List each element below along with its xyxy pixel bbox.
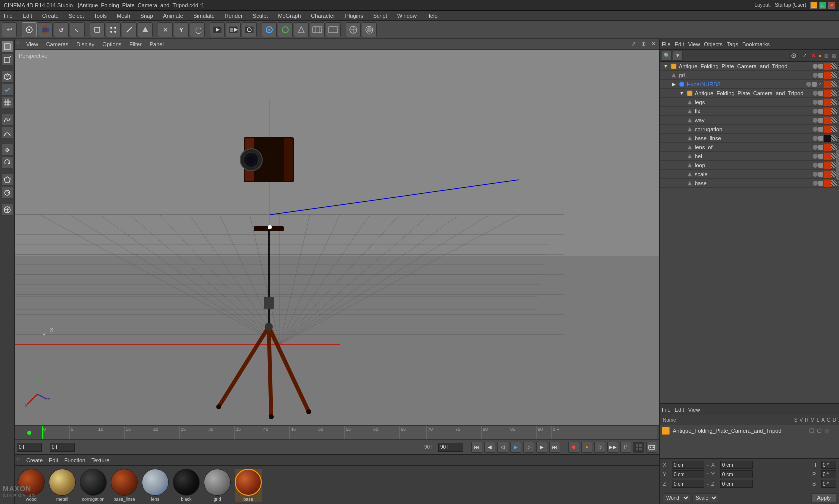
viewport-filter-menu[interactable]: Filter [127, 40, 143, 48]
menu-create[interactable]: Create [40, 12, 61, 20]
obj-xbutton[interactable]: ✕ [811, 53, 817, 58]
tool5[interactable] [326, 22, 341, 37]
point-mode-button[interactable] [106, 22, 121, 37]
obj-vis-dot[interactable] [813, 64, 818, 69]
obj-pattern-button[interactable]: ▥ [823, 53, 830, 58]
menu-help[interactable]: Help [424, 12, 440, 20]
motion-options-button[interactable] [633, 442, 644, 453]
obj-edit-menu[interactable]: Edit [675, 41, 684, 47]
scale-tool-button[interactable]: ⤡ [70, 22, 85, 37]
obj-search-button[interactable]: 🔍 [662, 51, 672, 61]
menu-simulate[interactable]: Simulate [191, 12, 217, 20]
auto-key-button[interactable]: ● [581, 442, 592, 453]
material-base-linse[interactable]: base_linse [111, 469, 138, 502]
obj-gri-vis[interactable] [813, 73, 818, 78]
render-to-po-button[interactable] [226, 22, 241, 37]
lt-check[interactable] [1, 84, 13, 96]
motion-blur-button[interactable]: P [620, 442, 631, 453]
menu-sculpt[interactable]: Sculpt [251, 12, 270, 20]
obj-item-scale[interactable]: scale [660, 170, 839, 179]
lt-move[interactable]: ✥ [1, 144, 13, 156]
select-tool-button[interactable] [22, 22, 37, 37]
obj-tags-menu[interactable]: Tags [727, 41, 738, 47]
tool1[interactable] [262, 22, 277, 37]
next-frame-button[interactable]: ▶ [536, 442, 547, 453]
material-corrugation[interactable]: corrugation [80, 469, 107, 502]
viewport-lock-icon[interactable]: ⊕ [639, 40, 647, 48]
viewport-options-menu[interactable]: Options [100, 40, 123, 48]
coord-z2-input[interactable] [720, 480, 753, 488]
viewport-display-menu[interactable]: Display [74, 40, 96, 48]
obj-render-box[interactable] [818, 64, 823, 69]
goto-end-button[interactable]: ⏭ [549, 442, 560, 453]
undo-button[interactable]: ↩ [2, 22, 17, 37]
lt-perspective[interactable] [1, 54, 13, 66]
coord-y-pos-input[interactable] [672, 470, 704, 478]
obj-view-menu[interactable]: View [688, 41, 700, 47]
obj-item-base[interactable]: base [660, 179, 839, 188]
obj-item-hypernurbs[interactable]: ▶ HyperNURBS ✓ [660, 80, 839, 89]
material-base[interactable]: base [235, 469, 262, 502]
lt-cube[interactable] [1, 71, 13, 83]
frame-end-input[interactable] [438, 443, 463, 452]
obj-item-root[interactable]: ▼ Antique_Folding_Plate_Camera_and_Tripo… [660, 62, 839, 71]
rotate-tool-button[interactable]: ↺ [54, 22, 69, 37]
menu-file[interactable]: File [2, 12, 15, 20]
scale-select[interactable]: Scale Size [692, 493, 718, 502]
menu-mograph[interactable]: MoGraph [276, 12, 303, 20]
new-object-button[interactable]: ✕ [158, 22, 173, 37]
keyframe-button[interactable]: ◇ [594, 442, 605, 453]
obj-orange-button[interactable]: ■ [818, 53, 822, 58]
prev-key-button[interactable]: ◁ [497, 442, 508, 453]
coord-x-pos-input[interactable] [672, 461, 704, 469]
viewport-close-icon[interactable]: ✕ [649, 40, 657, 48]
obj-grid2-button[interactable]: ▦ [831, 53, 837, 58]
obj-item-way[interactable]: way [660, 116, 839, 125]
lt-select[interactable] [1, 41, 13, 53]
tool2[interactable]: + [278, 22, 293, 37]
mat-view-menu[interactable]: View [688, 407, 700, 413]
lt-tag[interactable] [1, 204, 13, 216]
obj-item-fix[interactable]: fix [660, 107, 839, 116]
obj-visible-button[interactable] [789, 51, 799, 61]
coord-x2-input[interactable] [720, 461, 753, 469]
goto-start-button[interactable]: ⏮ [471, 442, 482, 453]
menu-tools[interactable]: Tools [92, 12, 109, 20]
render-active-button[interactable] [210, 22, 225, 37]
obj-item-camera-group[interactable]: ▼ Antique_Folding_Plate_Camera_and_Tripo… [660, 89, 839, 98]
coord-p-input[interactable] [821, 470, 836, 478]
world-select[interactable]: World Object [663, 493, 690, 502]
timeline-track[interactable]: 0 5 10 15 20 25 30 35 40 45 50 55 60 65 … [42, 426, 657, 439]
menu-script[interactable]: Script [371, 12, 389, 20]
apply-button[interactable]: Apply [811, 493, 836, 502]
close-button[interactable]: ✕ [828, 2, 835, 9]
move-tool-button[interactable] [38, 22, 53, 37]
render-settings-button[interactable] [242, 22, 257, 37]
viewport-panel-menu[interactable]: Panel [148, 40, 166, 48]
mat-file-menu[interactable]: File [662, 407, 671, 413]
menu-plugins[interactable]: Plugins [343, 12, 365, 20]
coord-y2-input[interactable] [720, 470, 753, 478]
mat-row-camera[interactable]: Antique_Folding_Plate_Camera_and_Tripod [660, 425, 839, 436]
tool7[interactable] [362, 22, 377, 37]
viewport-expand-icon[interactable]: ↗ [629, 40, 637, 48]
obj-item-base-linse[interactable]: base_linse [660, 134, 839, 143]
material-black[interactable]: black [173, 469, 200, 502]
menu-edit[interactable]: Edit [21, 12, 34, 20]
viewport-view-menu[interactable]: View [24, 40, 40, 48]
tool3[interactable] [294, 22, 309, 37]
material-function-menu[interactable]: Function [64, 457, 85, 463]
cinema-options-button[interactable] [646, 442, 657, 453]
next-key-button[interactable]: ▷ [523, 442, 534, 453]
material-metall[interactable]: metall [49, 469, 76, 502]
3d-viewport[interactable]: Y X Perspective X Y Z [15, 50, 659, 425]
obj-file-menu[interactable]: File [662, 41, 671, 47]
record-button[interactable]: ⏺ [568, 442, 579, 453]
edge-mode-button[interactable] [122, 22, 137, 37]
material-edit-menu[interactable]: Edit [49, 457, 58, 463]
poly-mode-button[interactable] [138, 22, 153, 37]
obj-nurbs-check[interactable]: ✓ [817, 81, 823, 87]
minimize-button[interactable]: _ [810, 2, 817, 9]
obj-filter-button[interactable]: ▼ [673, 51, 683, 61]
material-lens[interactable]: lens [142, 469, 169, 502]
